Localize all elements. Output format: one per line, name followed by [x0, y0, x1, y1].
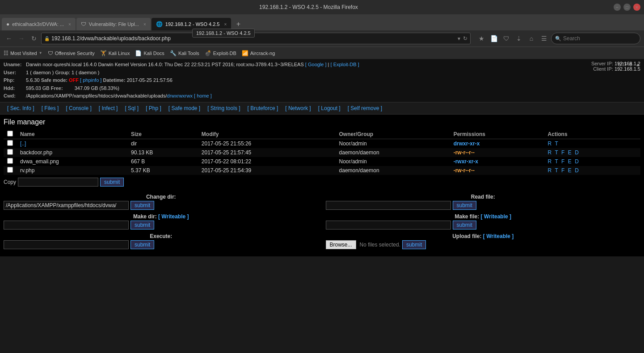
- bookmark-exploit-db[interactable]: 💣 Exploit-DB: [205, 50, 236, 56]
- nav-console[interactable]: [ Console ]: [62, 104, 95, 112]
- tab-dvwa[interactable]: ● ethicalhack3r/DVWA: ... ×: [2, 18, 76, 30]
- action-r-2[interactable]: R: [548, 158, 552, 165]
- action-t-0[interactable]: T: [555, 140, 558, 147]
- home-link[interactable]: [ home ]: [194, 92, 212, 100]
- action-t-2[interactable]: T: [555, 158, 558, 165]
- file-owner-3: daemon/daemon: [336, 166, 450, 175]
- make-file-input[interactable]: [326, 221, 451, 230]
- file-owner-2: Noor/admin: [336, 157, 450, 166]
- maximize-button[interactable]: □: [623, 4, 631, 11]
- home-icon[interactable]: ⌂: [526, 33, 537, 44]
- action-r-1[interactable]: R: [548, 149, 552, 156]
- execute-input[interactable]: [4, 240, 129, 249]
- read-file-row: Read file: submit: [326, 194, 641, 210]
- execute-submit-button[interactable]: submit: [130, 240, 154, 249]
- nav-php[interactable]: [ Php ]: [142, 104, 165, 112]
- action-f-2[interactable]: F: [561, 158, 564, 165]
- refresh-icon[interactable]: ↻: [463, 35, 467, 42]
- copy-label: Copy: [4, 179, 16, 185]
- dropdown-arrow-icon[interactable]: ▼: [457, 36, 461, 41]
- action-e-1[interactable]: E: [568, 149, 572, 156]
- action-f-1[interactable]: F: [561, 149, 564, 156]
- action-e-3[interactable]: E: [568, 167, 572, 174]
- tab-close-wso[interactable]: ×: [224, 22, 227, 27]
- search-bar[interactable]: 🔍: [551, 33, 640, 44]
- bookmark-kali-tools[interactable]: 🔧 Kali Tools: [170, 50, 199, 56]
- bookmark-offensive-security[interactable]: 🛡 Offensive Security: [48, 50, 95, 56]
- close-button[interactable]: ×: [633, 4, 640, 11]
- phpinfo-link[interactable]: [ phpinfo ]: [80, 77, 101, 85]
- tab-close-dvwa[interactable]: ×: [68, 22, 71, 27]
- nav-files[interactable]: [ Files ]: [38, 104, 63, 112]
- minimize-button[interactable]: −: [614, 4, 621, 11]
- action-e-2[interactable]: E: [568, 158, 572, 165]
- bookmark-star-icon[interactable]: ★: [476, 33, 487, 44]
- action-d-3[interactable]: D: [575, 167, 579, 174]
- forward-button[interactable]: →: [16, 33, 27, 44]
- page-content: Uname: Darwin noor-qureshi.local 16.4.0 …: [0, 59, 644, 256]
- safe-mode-label: Safe mode:: [41, 77, 67, 85]
- tab-vuln[interactable]: 🛡 Vulnerability: File Upl... ×: [76, 18, 151, 30]
- action-f-3[interactable]: F: [561, 167, 564, 174]
- browse-button[interactable]: Browse...: [326, 240, 356, 249]
- nav-self-remove[interactable]: [ Self remove ]: [344, 104, 386, 112]
- nav-menu: [ Sec. Info ] [ Files ] [ Console ] [ In…: [0, 102, 644, 115]
- nav-infect[interactable]: [ Infect ]: [95, 104, 122, 112]
- bookmark-aircrack-ng[interactable]: 📶 Aircrack-ng: [242, 50, 275, 56]
- google-link[interactable]: [ Google ]: [305, 62, 327, 67]
- tab-close-vuln[interactable]: ×: [143, 22, 146, 27]
- nav-string-tools[interactable]: [ String tools ]: [204, 104, 244, 112]
- back-button[interactable]: ←: [4, 33, 14, 44]
- nav-safe-mode[interactable]: [ Safe mode ]: [165, 104, 204, 112]
- make-dir-input[interactable]: [4, 221, 129, 230]
- bookmark-most-visited[interactable]: ☷ Most Visited ▼: [4, 50, 42, 56]
- php-version: 5.6.30: [26, 77, 40, 85]
- action-d-1[interactable]: D: [575, 149, 579, 156]
- nav-logout[interactable]: [ Logout ]: [315, 104, 344, 112]
- file-checkbox-2[interactable]: [7, 158, 13, 164]
- action-r-0[interactable]: R: [548, 140, 552, 147]
- upload-file-writeable[interactable]: [ Writeable ]: [483, 233, 514, 239]
- file-checkbox-3[interactable]: [7, 167, 13, 173]
- action-d-2[interactable]: D: [575, 158, 579, 165]
- copy-input[interactable]: [18, 178, 98, 187]
- file-checkbox-1[interactable]: [7, 149, 13, 155]
- reload-button[interactable]: ↻: [29, 33, 39, 44]
- nav-network[interactable]: [ Network ]: [282, 104, 314, 112]
- change-dir-input[interactable]: [4, 201, 129, 210]
- history-icon[interactable]: 📄: [488, 33, 499, 44]
- address-bar[interactable]: 🔓 192.168.1.2/dvwa/hackable/uploads/back…: [41, 33, 471, 44]
- server-ip-value: 192.168.1.2: [615, 61, 640, 66]
- make-dir-submit-button[interactable]: submit: [130, 221, 154, 230]
- bookmark-kali-docs[interactable]: 📄 Kali Docs: [135, 50, 164, 56]
- read-file-submit-button[interactable]: submit: [453, 201, 476, 210]
- nav-sql[interactable]: [ Sql ]: [121, 104, 142, 112]
- menu-icon[interactable]: ☰: [539, 33, 549, 44]
- upload-submit-button[interactable]: submit: [402, 240, 426, 249]
- nav-sec-info[interactable]: [ Sec. Info ]: [4, 104, 38, 112]
- action-t-3[interactable]: T: [555, 167, 558, 174]
- change-dir-label: Change dir:: [4, 194, 319, 200]
- make-file-writeable[interactable]: [ Writeable ]: [481, 213, 511, 220]
- select-all-checkbox[interactable]: [7, 131, 13, 136]
- bookmark-aircrack-label: Aircrack-ng: [250, 51, 275, 56]
- shield-icon[interactable]: 🛡: [501, 33, 512, 44]
- grid-icon: ☷: [4, 50, 8, 56]
- copy-submit-button[interactable]: submit: [100, 178, 124, 187]
- file-checkbox-0[interactable]: [7, 140, 13, 146]
- action-t-1[interactable]: T: [555, 149, 558, 156]
- bottom-left: Change dir: submit Make dir: [ Writeable…: [4, 194, 319, 253]
- tab-icon-wso: 🌐: [156, 21, 163, 27]
- exploit-db-link[interactable]: [ Exploit-DB ]: [331, 62, 359, 67]
- bookmark-kali-linux[interactable]: 🏋 Kali Linux: [100, 50, 130, 56]
- nav-bruteforce[interactable]: [ Bruteforce ]: [244, 104, 282, 112]
- make-file-submit-button[interactable]: submit: [453, 221, 476, 230]
- download-icon[interactable]: ⇣: [514, 33, 524, 44]
- change-dir-submit-button[interactable]: submit: [130, 201, 154, 210]
- action-r-3[interactable]: R: [548, 167, 552, 174]
- read-file-input[interactable]: [326, 201, 451, 210]
- bookmark-most-visited-label: Most Visited: [10, 51, 37, 56]
- cwd-value: /Applications/XAMPP/xamppfiles/htdocs/dv…: [26, 92, 167, 100]
- search-input[interactable]: [563, 35, 635, 42]
- make-dir-writeable[interactable]: [ Writeable ]: [158, 213, 189, 220]
